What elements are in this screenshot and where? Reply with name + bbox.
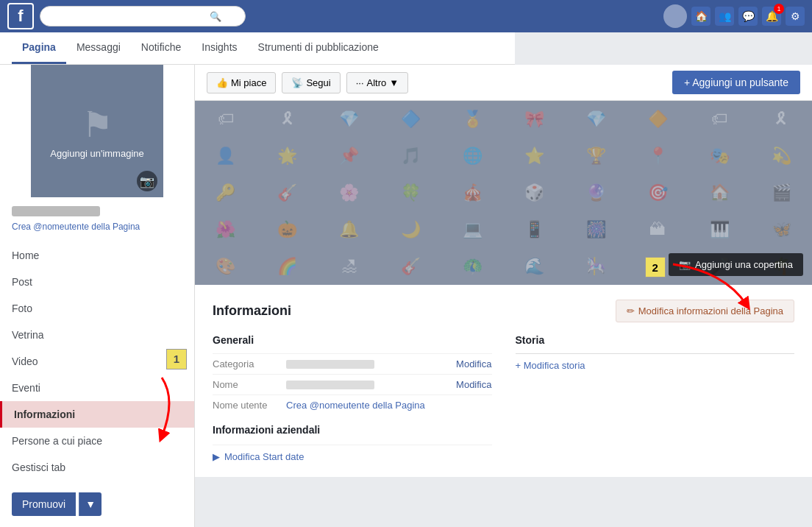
ci: 🎗 bbox=[257, 101, 318, 138]
sidebar-item-persone[interactable]: Persone a cui piace bbox=[0, 428, 194, 454]
profile-picture-area[interactable]: ⚑ Aggiungi un'immagine 📷 bbox=[31, 65, 163, 197]
ci: 🌟 bbox=[257, 138, 318, 174]
ci: 🌐 bbox=[442, 138, 504, 174]
search-bar[interactable]: 🔍 bbox=[40, 6, 246, 26]
search-icon: 🔍 bbox=[210, 11, 221, 22]
ci: 🎗 bbox=[750, 101, 812, 138]
ci: 🏖 bbox=[318, 248, 380, 285]
callout-2: 2 bbox=[645, 257, 666, 277]
page-tabs: Pagina Messaggi Notifiche Insights Strum… bbox=[0, 32, 515, 65]
notification-badge: 1 bbox=[774, 4, 784, 14]
friends-icon[interactable]: 👥 bbox=[715, 7, 734, 26]
promote-btn-area: Promuovi ▼ bbox=[0, 481, 194, 527]
nome-label: Nome bbox=[213, 379, 286, 390]
sidebar-item-vetrina[interactable]: Vetrina bbox=[0, 322, 194, 348]
nome-edit-link[interactable]: Modifica bbox=[456, 379, 491, 390]
search-input[interactable] bbox=[48, 11, 210, 22]
ci: 🌸 bbox=[318, 174, 380, 211]
sidebar-item-foto[interactable]: Foto bbox=[0, 295, 194, 322]
ci: 💻 bbox=[442, 211, 504, 248]
tab-insights[interactable]: Insights bbox=[191, 32, 247, 64]
info-col-generali: Generali Categoria Modifica Nome Modific… bbox=[213, 334, 492, 462]
ci: 🏠 bbox=[688, 174, 750, 211]
ci: 🎸 bbox=[380, 248, 442, 285]
create-username-link[interactable]: Crea @nomeutente della Pagina bbox=[286, 400, 425, 411]
ci: 📍 bbox=[627, 138, 688, 174]
facebook-logo: f bbox=[7, 3, 34, 29]
chevron-down-icon: ▼ bbox=[389, 77, 399, 88]
info-title: Informazioni bbox=[213, 303, 291, 319]
create-username-text[interactable]: Crea @nomeutente della Pagina bbox=[12, 221, 182, 233]
info-columns: Generali Categoria Modifica Nome Modific… bbox=[213, 334, 794, 462]
ci: 🎹 bbox=[688, 211, 750, 248]
info-row-username: Nome utente Crea @nomeutente della Pagin… bbox=[213, 395, 492, 415]
sidebar-item-post[interactable]: Post bbox=[0, 269, 194, 295]
ci: 🦚 bbox=[442, 248, 504, 285]
sidebar-item-gestisci[interactable]: Gestisci tab bbox=[0, 454, 194, 481]
ci: 🎃 bbox=[257, 211, 318, 248]
ci: 👤 bbox=[195, 138, 257, 174]
ci: 🌺 bbox=[195, 211, 257, 248]
ci: 🎬 bbox=[750, 174, 812, 211]
modify-start-date[interactable]: ▶ Modifica Start date bbox=[213, 445, 492, 462]
info-col-storia: Storia + Modifica storia bbox=[516, 334, 795, 462]
tab-strumenti[interactable]: Strumenti di pubblicazione bbox=[248, 32, 389, 64]
ci: 🎀 bbox=[504, 101, 566, 138]
sidebar-item-video[interactable]: Video bbox=[0, 348, 194, 375]
tab-notifiche[interactable]: Notifiche bbox=[131, 32, 191, 64]
info-row-nome: Nome Modifica bbox=[213, 374, 492, 395]
callout-1: 1 bbox=[166, 349, 187, 369]
thumbsup-icon: 👍 bbox=[216, 77, 228, 88]
dots-icon: ··· bbox=[356, 77, 364, 88]
messages-icon[interactable]: 💬 bbox=[738, 7, 758, 26]
sidebar-item-eventi[interactable]: Eventi 1 bbox=[0, 375, 194, 401]
ci: 📌 bbox=[318, 138, 380, 174]
nome-value bbox=[286, 381, 374, 389]
home-icon[interactable]: 🏠 bbox=[691, 7, 710, 26]
storia-title: Storia bbox=[516, 334, 795, 346]
topbar: f 🔍 🏠 👥 💬 🔔 1 ⚙ bbox=[0, 0, 812, 32]
promote-dropdown[interactable]: ▼ bbox=[79, 492, 102, 516]
ci: 🔷 bbox=[380, 101, 442, 138]
camera-icon: 📷 bbox=[679, 259, 691, 270]
storia-divider bbox=[516, 353, 795, 354]
ci: 🔮 bbox=[565, 174, 627, 211]
info-header: Informazioni 2 ✏ bbox=[213, 300, 794, 322]
add-cover-button[interactable]: 📷 Aggiungi una copertina bbox=[669, 253, 803, 276]
page-name-area: Crea @nomeutente della Pagina bbox=[0, 197, 194, 236]
rss-icon: 📡 bbox=[291, 77, 303, 88]
main-container: ⚑ Aggiungi un'immagine 📷 Crea @nomeutent… bbox=[0, 65, 812, 527]
user-avatar[interactable] bbox=[663, 4, 687, 28]
pencil-icon: ✏ bbox=[627, 305, 635, 316]
add-button-btn[interactable]: + Aggiungi un pulsante bbox=[672, 71, 800, 94]
categoria-edit-link[interactable]: Modifica bbox=[456, 358, 491, 369]
segui-button[interactable]: 📡 Segui bbox=[282, 72, 340, 93]
mi-piace-button[interactable]: 👍 Mi piace bbox=[207, 72, 276, 93]
notifications-icon[interactable]: 🔔 1 bbox=[762, 7, 781, 26]
altro-button[interactable]: ··· Altro ▼ bbox=[346, 72, 408, 93]
settings-icon[interactable]: ⚙ bbox=[786, 7, 805, 26]
sidebar-item-home[interactable]: Home bbox=[0, 242, 194, 269]
edit-info-button[interactable]: ✏ Modifica informazioni della Pagina bbox=[616, 300, 794, 322]
tab-pagina[interactable]: Pagina bbox=[12, 32, 66, 64]
tab-messaggi[interactable]: Messaggi bbox=[66, 32, 131, 64]
triangle-icon: ▶ bbox=[213, 451, 220, 462]
ci: 🏔 bbox=[627, 211, 688, 248]
ci: 🎭 bbox=[688, 138, 750, 174]
ci: 🎆 bbox=[565, 211, 627, 248]
modify-story-link[interactable]: + Modifica storia bbox=[516, 360, 795, 371]
right-content: 👍 Mi piace 📡 Segui ··· Altro ▼ + Aggiung… bbox=[195, 65, 812, 527]
ci: ⭐ bbox=[504, 138, 566, 174]
flag-icon: ⚑ bbox=[82, 104, 113, 145]
ci: 🏷 bbox=[688, 101, 750, 138]
categoria-label: Categoria bbox=[213, 358, 286, 369]
add-image-text: Aggiungi un'immagine bbox=[50, 148, 144, 159]
ci: 🎪 bbox=[442, 174, 504, 211]
ci: 💎 bbox=[318, 101, 380, 138]
promote-button[interactable]: Promuovi bbox=[12, 492, 76, 516]
profile-camera-icon[interactable]: 📷 bbox=[137, 171, 157, 191]
ci: 🏷 bbox=[195, 101, 257, 138]
ci: 💎 bbox=[565, 101, 627, 138]
sidebar-item-informazioni[interactable]: Informazioni bbox=[0, 401, 194, 428]
page-name-blurred bbox=[12, 206, 100, 216]
